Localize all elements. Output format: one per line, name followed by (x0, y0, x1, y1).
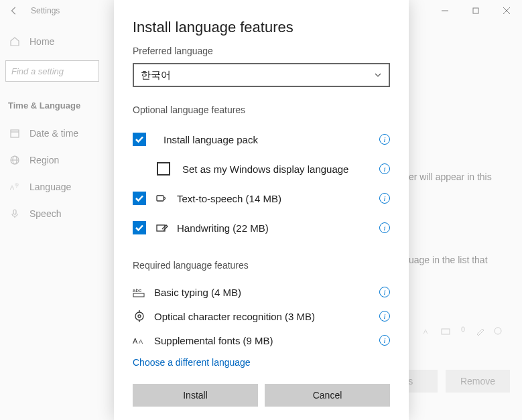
checkbox-icon[interactable] (157, 162, 170, 176)
install-language-dialog: Install language features Preferred lang… (114, 0, 409, 420)
choose-different-language-link[interactable]: Choose a different language (133, 357, 390, 368)
font-icon: AA (133, 334, 146, 347)
info-icon[interactable]: i (379, 335, 390, 346)
language-select[interactable]: 한국어 (133, 63, 390, 87)
cancel-button[interactable]: Cancel (265, 384, 390, 407)
option-label: Install language pack (164, 134, 379, 145)
required-fonts: AA Supplemental fonts (9 MB) i (133, 328, 390, 352)
option-handwriting[interactable]: Handwriting (22 MB) i (133, 213, 390, 242)
required-label: Supplemental fonts (9 MB) (154, 335, 379, 346)
info-icon[interactable]: i (379, 287, 390, 297)
option-text-to-speech[interactable]: Text-to-speech (14 MB) i (133, 184, 390, 213)
required-features-header: Required language features (133, 260, 390, 271)
selected-language: 한국어 (141, 69, 171, 82)
svg-rect-19 (133, 293, 144, 297)
info-icon[interactable]: i (379, 311, 390, 322)
info-icon[interactable]: i (379, 134, 390, 145)
option-set-display-language[interactable]: Set as my Windows display language i (133, 154, 390, 184)
chevron-down-icon (374, 71, 382, 79)
install-button[interactable]: Install (133, 384, 258, 407)
required-label: Basic typing (4 MB) (154, 287, 379, 298)
info-icon[interactable]: i (379, 163, 390, 174)
checkbox-icon[interactable] (133, 192, 146, 205)
handwriting-icon (155, 221, 169, 234)
option-label: Handwriting (22 MB) (177, 222, 379, 234)
info-icon[interactable]: i (379, 193, 390, 204)
svg-text:A: A (133, 337, 138, 345)
abc-icon: abc (133, 285, 146, 299)
svg-rect-16 (157, 196, 164, 201)
option-label: Text-to-speech (14 MB) (177, 193, 379, 204)
tts-icon (155, 192, 169, 205)
info-icon[interactable]: i (379, 222, 390, 233)
option-label: Set as my Windows display language (182, 163, 379, 175)
svg-text:A: A (139, 338, 143, 345)
required-ocr: Optical character recognition (3 MB) i (133, 304, 390, 328)
optional-features-header: Optional language features (133, 104, 390, 115)
option-install-language-pack[interactable]: Install language pack i (133, 125, 390, 154)
checkbox-icon[interactable] (133, 221, 146, 234)
preferred-language-label: Preferred language (133, 46, 390, 56)
required-basic-typing: abc Basic typing (4 MB) i (133, 280, 390, 304)
dialog-title: Install language features (133, 19, 390, 36)
ocr-icon (133, 309, 146, 323)
svg-point-20 (135, 312, 143, 320)
svg-point-21 (138, 315, 141, 318)
required-label: Optical character recognition (3 MB) (154, 311, 379, 322)
checkbox-icon[interactable] (133, 133, 146, 146)
svg-text:abc: abc (133, 287, 141, 293)
